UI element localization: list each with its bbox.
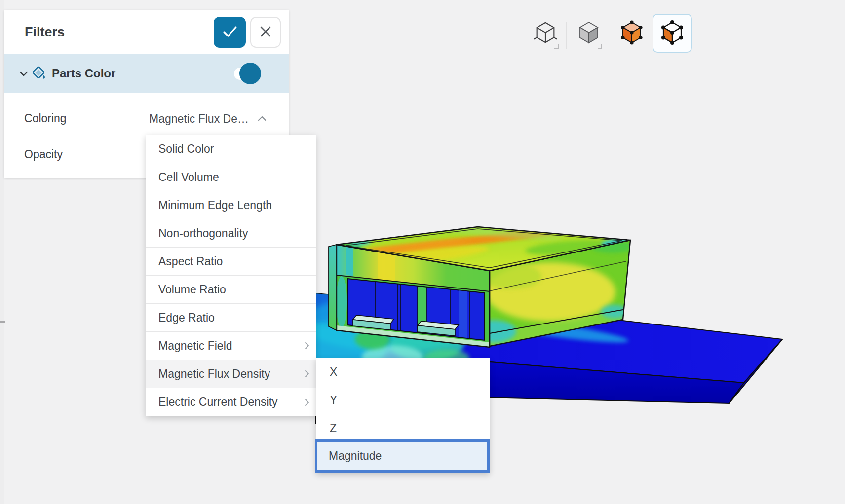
toolbar-separator (611, 22, 611, 49)
toolbar-separator (566, 22, 567, 49)
menu-item-magnetic-flux-density[interactable]: Magnetic Flux Density (146, 360, 316, 388)
wireframe-cube-icon (533, 19, 558, 48)
paint-bucket-icon (31, 65, 48, 84)
submenu-arrow-icon (305, 332, 309, 360)
menu-item-aspect-ratio[interactable]: Aspect Ratio (146, 248, 316, 276)
menu-item-edge-ratio[interactable]: Edge Ratio (146, 304, 316, 332)
solid-view-button[interactable] (573, 14, 605, 53)
app-window: Filters P (0, 0, 845, 504)
menu-item-non-orthogonality[interactable]: Non-orthogonality (146, 219, 316, 248)
menu-item-solid-color[interactable]: Solid Color (146, 135, 316, 163)
submenu-item-y[interactable]: Y (316, 386, 490, 414)
surface-mesh-cube-icon (619, 20, 644, 47)
menu-item-magnetic-field[interactable]: Magnetic Field (146, 332, 316, 360)
menu-item-label: Electric Current Density (158, 396, 278, 408)
submenu-item-x[interactable]: X (316, 358, 490, 386)
coloring-label: Coloring (24, 112, 67, 125)
parts-color-section[interactable]: Parts Color (4, 54, 289, 93)
submenu-arrow-icon (305, 389, 309, 416)
opacity-label: Opacity (24, 148, 63, 161)
coloring-select[interactable]: Magnetic Flux De… (149, 109, 282, 128)
submenu-item-magnitude[interactable]: Magnitude (315, 439, 490, 473)
chevron-up-icon (258, 115, 267, 123)
parts-color-label: Parts Color (52, 54, 115, 93)
menu-item-volume-ratio[interactable]: Volume Ratio (146, 276, 316, 304)
dropdown-corner-icon (554, 44, 559, 49)
surface-wireframe-view-button[interactable] (653, 14, 692, 53)
menu-item-label: Magnetic Field (158, 339, 232, 352)
surface-mesh-view-button[interactable] (616, 14, 648, 53)
menu-item-cell-volume[interactable]: Cell Volume (146, 163, 316, 191)
view-mode-toolbar (523, 10, 701, 57)
check-icon (223, 26, 237, 39)
menu-item-label: Magnetic Flux Density (158, 367, 270, 380)
menu-item-electric-current-density[interactable]: Electric Current Density (146, 388, 316, 416)
dropdown-corner-icon (598, 44, 602, 49)
parts-color-toggle[interactable] (234, 63, 261, 84)
coloring-menu: Solid Color Cell Volume Minimum Edge Len… (146, 135, 316, 416)
submenu-item-label: Magnitude (317, 442, 487, 469)
menu-item-minimum-edge-length[interactable]: Minimum Edge Length (146, 191, 316, 219)
close-icon (260, 26, 271, 39)
close-filters-button[interactable] (250, 17, 281, 48)
toggle-knob (239, 63, 261, 84)
coloring-value: Magnetic Flux De… (149, 112, 249, 126)
surface-wireframe-cube-icon (659, 19, 685, 47)
wireframe-view-button[interactable] (530, 14, 561, 53)
submenu-arrow-icon (305, 360, 309, 388)
apply-filters-button[interactable] (214, 17, 246, 48)
chevron-down-icon (19, 70, 28, 78)
submenu-item-z[interactable]: Z (316, 414, 490, 442)
solid-cube-icon (576, 20, 601, 47)
page-title: Filters (25, 10, 65, 54)
filters-header: Filters (4, 10, 289, 54)
